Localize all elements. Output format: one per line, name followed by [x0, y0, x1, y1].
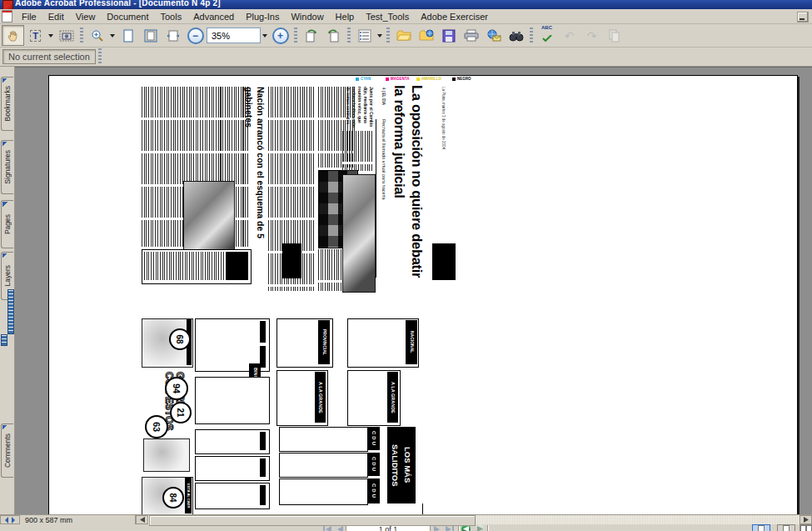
- panel-splitter-handle[interactable]: [7, 289, 14, 334]
- horizontal-scrollbar[interactable]: [148, 515, 800, 524]
- cdu-label: CDU: [368, 478, 380, 503]
- floppy-icon: [442, 29, 456, 43]
- scroll-right-button[interactable]: [800, 515, 812, 524]
- actual-size-button[interactable]: [117, 25, 139, 46]
- toolbar-grip[interactable]: [80, 28, 83, 44]
- lottery-table: [195, 429, 270, 454]
- single-page-layout-button[interactable]: [752, 524, 770, 531]
- crop-mark: [422, 503, 423, 514]
- cartoon-box: 68: [142, 318, 193, 368]
- acrobat-window: { "window": { "title": "Adobe Acrobat Pr…: [0, 0, 812, 531]
- fit-page-icon: [144, 29, 157, 43]
- document-pane[interactable]: CYAN MAGENTA AMARILLO NEGRO Nación arran…: [15, 67, 812, 514]
- toolbar-grip[interactable]: [530, 28, 533, 44]
- chevron-down-icon: [110, 34, 115, 38]
- menu-item-tools[interactable]: Tools: [155, 11, 188, 23]
- separation-mark-yellow: AMARILLO: [416, 77, 441, 81]
- menu-item-advanced[interactable]: Advanced: [187, 11, 240, 23]
- tab-pages[interactable]: Pages: [1, 200, 13, 248]
- navbar-separator: [487, 525, 488, 531]
- page-size-indicator: 900 x 587 mm: [20, 515, 136, 524]
- menu-item-adobe-exerciser[interactable]: Adobe Exerciser: [415, 11, 494, 23]
- hand-tool-button[interactable]: [2, 25, 24, 46]
- menu-item-window[interactable]: Window: [285, 11, 329, 23]
- save-button[interactable]: [437, 25, 460, 46]
- arrow-right-icon: [804, 517, 809, 523]
- menu-item-edit[interactable]: Edit: [42, 11, 70, 23]
- open-folder-icon: [396, 30, 411, 42]
- task-list-button[interactable]: [353, 25, 376, 46]
- printer-icon: [464, 29, 479, 42]
- black-swatch-icon: [452, 78, 456, 81]
- menu-item-document[interactable]: Document: [101, 11, 154, 23]
- zoom-out-button[interactable]: −: [184, 25, 207, 46]
- open-button[interactable]: [392, 25, 415, 46]
- facing-pages-icon: [800, 525, 806, 531]
- fit-width-button[interactable]: [162, 25, 184, 46]
- menu-item-test-tools[interactable]: Test_Tools: [360, 11, 415, 23]
- zoom-in-button[interactable]: +: [269, 25, 291, 46]
- single-page-icon: [758, 525, 765, 531]
- next-view-button[interactable]: [476, 524, 485, 531]
- menu-item-view[interactable]: View: [70, 11, 102, 23]
- search-button[interactable]: [505, 25, 527, 46]
- cyan-swatch-icon: [356, 78, 359, 81]
- page-size-button[interactable]: [0, 515, 20, 524]
- table-header-strip: [260, 485, 266, 505]
- scrollbar-thumb[interactable]: [149, 515, 476, 526]
- zoom-tool-dropdown[interactable]: [108, 26, 117, 45]
- table-header-strip: [260, 346, 266, 368]
- copy-button[interactable]: [603, 25, 625, 46]
- menu-item-help[interactable]: Help: [330, 11, 361, 23]
- zoom-level-input[interactable]: 35%: [207, 28, 261, 43]
- toolbar-grip[interactable]: [386, 28, 390, 44]
- menu-item-file[interactable]: File: [16, 11, 42, 23]
- task-list-dropdown[interactable]: [376, 26, 384, 45]
- body-text-block: [144, 252, 224, 280]
- tab-comments[interactable]: Comments: [1, 423, 13, 478]
- rotate-clockwise-button[interactable]: [300, 25, 322, 46]
- facing-layout-button[interactable]: [800, 524, 812, 531]
- undo-button[interactable]: ↶: [558, 25, 580, 46]
- snapshot-tool-button[interactable]: [55, 25, 77, 46]
- facing-pages-icon: [806, 525, 812, 531]
- mdi-minimize-button[interactable]: [797, 12, 809, 23]
- tab-marker-icon: [2, 78, 7, 83]
- workspace: Bookmarks Signatures Pages Layers Commen…: [0, 67, 812, 514]
- email-globe-icon: [486, 29, 501, 42]
- separation-mark-black: NEGRO: [452, 77, 471, 81]
- toolbar-grip[interactable]: [294, 28, 297, 44]
- rotate-counterclockwise-button[interactable]: [322, 25, 345, 46]
- email-button[interactable]: [482, 25, 505, 46]
- lottery-number-circle: 21: [170, 402, 192, 423]
- tab-bookmarks[interactable]: Bookmarks: [1, 77, 13, 131]
- main-headline: La oposición no quiere debatir la reform…: [389, 85, 426, 291]
- navigation-tab-strip: Bookmarks Signatures Pages Layers Commen…: [0, 67, 15, 514]
- pdf-page[interactable]: CYAN MAGENTA AMARILLO NEGRO Nación arran…: [48, 75, 798, 514]
- table-header-strip: [260, 432, 266, 450]
- toolbar-grip[interactable]: [347, 28, 351, 44]
- select-tool-dropdown[interactable]: [47, 26, 55, 45]
- continuous-icon: [783, 525, 790, 531]
- fit-page-button[interactable]: [139, 25, 162, 46]
- zoom-tool-button[interactable]: [86, 25, 108, 46]
- document-icon[interactable]: [2, 10, 12, 23]
- menu-item-plugins[interactable]: Plug-Ins: [240, 11, 285, 23]
- scroll-left-button[interactable]: [136, 515, 148, 524]
- continuous-layout-button[interactable]: [777, 524, 795, 531]
- open-web-page-button[interactable]: [415, 25, 437, 46]
- cdu-table: [279, 427, 368, 452]
- redo-button[interactable]: ↷: [580, 25, 603, 46]
- lottery-number-circle: 94: [165, 377, 188, 400]
- print-button[interactable]: [460, 25, 482, 46]
- panel-splitter-handle[interactable]: [1, 334, 7, 346]
- table-header-strip: [260, 321, 266, 343]
- document-status-bar: 900 x 587 mm: [0, 514, 812, 524]
- spellcheck-button[interactable]: ABC: [536, 25, 558, 46]
- zoom-level-dropdown[interactable]: [261, 26, 269, 45]
- tab-signatures[interactable]: Signatures: [1, 140, 13, 194]
- tab-layers-label: Layers: [3, 265, 12, 287]
- toolbar-grip[interactable]: [98, 48, 102, 65]
- select-text-tool-button[interactable]: T: [24, 25, 47, 46]
- tab-signatures-label: Signatures: [3, 150, 12, 184]
